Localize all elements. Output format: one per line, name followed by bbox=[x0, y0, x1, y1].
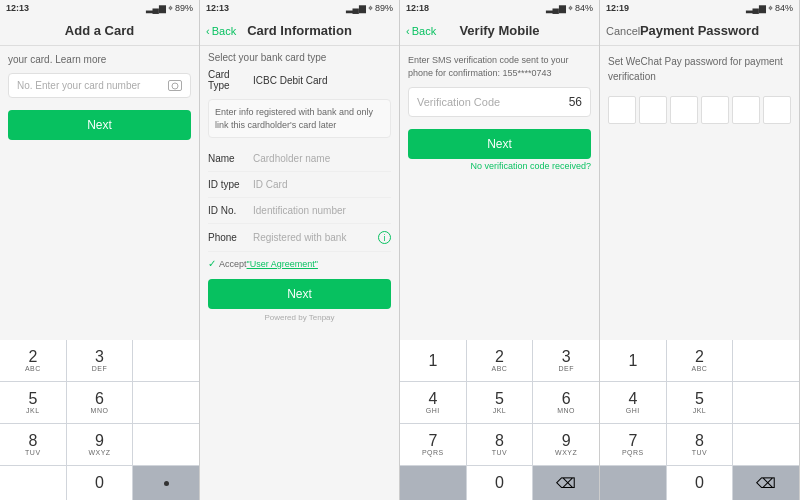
content-2: Select your bank card type Card Type ICB… bbox=[200, 46, 399, 500]
numpad-key[interactable]: 6MNO bbox=[67, 382, 133, 423]
back-button-2[interactable]: ‹ Back bbox=[206, 25, 236, 37]
numpad-key-empty bbox=[600, 466, 666, 500]
numpad-key[interactable] bbox=[733, 340, 799, 381]
content-1: your card. Learn more No. Enter your car… bbox=[0, 46, 199, 340]
camera-icon[interactable] bbox=[168, 80, 182, 91]
idno-value[interactable]: Identification number bbox=[253, 205, 346, 216]
numpad-key[interactable]: 7PQRS bbox=[600, 424, 666, 465]
numpad-key[interactable] bbox=[133, 382, 199, 423]
signal-icon: ▂▄▆ bbox=[346, 3, 366, 13]
add-card-hint: your card. Learn more bbox=[8, 54, 191, 65]
numpad-key-delete[interactable]: ⌫ bbox=[533, 466, 599, 500]
info-box: Enter info registered with bank and only… bbox=[208, 99, 391, 138]
form-row-idtype: ID type ID Card bbox=[208, 172, 391, 198]
numpad-key[interactable]: 2ABC bbox=[0, 340, 66, 381]
numpad-key[interactable]: 9WXYZ bbox=[533, 424, 599, 465]
numpad-key[interactable]: 7PQRS bbox=[400, 424, 466, 465]
numpad-key[interactable]: 1 bbox=[600, 340, 666, 381]
pwd-box-3[interactable] bbox=[670, 96, 698, 124]
battery-1: 89% bbox=[175, 3, 193, 13]
pwd-box-4[interactable] bbox=[701, 96, 729, 124]
agreement-text: Accept bbox=[219, 259, 247, 269]
wifi-icon: ⌖ bbox=[368, 3, 373, 14]
nav-bar-1: Add a Card bbox=[0, 16, 199, 46]
idtype-value[interactable]: ID Card bbox=[253, 179, 287, 190]
verify-input-row[interactable]: Verification Code 56 bbox=[408, 87, 591, 117]
numpad-key[interactable]: 3DEF bbox=[533, 340, 599, 381]
numpad-key[interactable] bbox=[733, 382, 799, 423]
nav-title-4: Payment Password bbox=[640, 23, 759, 38]
cancel-button-4[interactable]: Cancel bbox=[606, 25, 640, 37]
next-button-1[interactable]: Next bbox=[8, 110, 191, 140]
numpad-key[interactable]: 5JKL bbox=[467, 382, 533, 423]
numpad-key[interactable]: 8TUV bbox=[667, 424, 733, 465]
numpad-key[interactable]: 8TUV bbox=[467, 424, 533, 465]
numpad-key-zero[interactable]: 0 bbox=[667, 466, 733, 500]
content-4: Set WeChat Pay password for payment veri… bbox=[600, 46, 799, 340]
numpad-key[interactable]: 2ABC bbox=[667, 340, 733, 381]
name-label: Name bbox=[208, 153, 253, 164]
numpad-key-delete[interactable]: ⌫ bbox=[733, 466, 799, 500]
numpad-key[interactable]: 9WXYZ bbox=[67, 424, 133, 465]
numpad-key-zero[interactable]: 0 bbox=[67, 466, 133, 500]
agreement-row: ✓ Accept "User Agreement" bbox=[208, 258, 391, 269]
numpad-key[interactable]: 6MNO bbox=[533, 382, 599, 423]
numpad-key[interactable] bbox=[133, 340, 199, 381]
time-1: 12:13 bbox=[6, 3, 29, 13]
numpad-key[interactable] bbox=[0, 466, 66, 500]
form-row-idno: ID No. Identification number bbox=[208, 198, 391, 224]
numpad-key-dot[interactable] bbox=[133, 466, 199, 500]
numpad-key[interactable]: 5JKL bbox=[667, 382, 733, 423]
time-3: 12:18 bbox=[406, 3, 429, 13]
numpad-key[interactable]: 1 bbox=[400, 340, 466, 381]
numpad-key[interactable] bbox=[733, 424, 799, 465]
powered-by: Powered by Tenpay bbox=[208, 313, 391, 322]
numpad-key[interactable] bbox=[133, 424, 199, 465]
verification-code-placeholder: Verification Code bbox=[417, 96, 569, 108]
status-icons-2: ▂▄▆ ⌖ 89% bbox=[346, 3, 393, 14]
pwd-box-5[interactable] bbox=[732, 96, 760, 124]
verify-hint: Enter SMS verification code sent to your… bbox=[408, 54, 591, 79]
payment-hint: Set WeChat Pay password for payment veri… bbox=[608, 54, 791, 84]
next-button-2[interactable]: Next bbox=[208, 279, 391, 309]
nav-bar-3: ‹ Back Verify Mobile bbox=[400, 16, 599, 46]
phone-value[interactable]: Registered with bank bbox=[253, 232, 374, 243]
pwd-box-1[interactable] bbox=[608, 96, 636, 124]
numpad-3: 1 2ABC 3DEF 4GHI 5JKL 6MNO 7PQRS 8TUV 9W… bbox=[400, 340, 599, 500]
agreement-link[interactable]: "User Agreement" bbox=[247, 259, 318, 269]
nav-bar-4: Cancel Payment Password bbox=[600, 16, 799, 46]
screen-verify-mobile: 12:18 ▂▄▆ ⌖ 84% ‹ Back Verify Mobile Ent… bbox=[400, 0, 600, 500]
numpad-4: 1 2ABC 4GHI 5JKL 7PQRS 8TUV 0 ⌫ bbox=[600, 340, 799, 500]
numpad-key-zero[interactable]: 0 bbox=[467, 466, 533, 500]
battery-3: 84% bbox=[575, 3, 593, 13]
battery-4: 84% bbox=[775, 3, 793, 13]
card-input-row[interactable]: No. Enter your card number bbox=[8, 73, 191, 98]
next-button-3[interactable]: Next bbox=[408, 129, 591, 159]
numpad-key[interactable]: 2ABC bbox=[467, 340, 533, 381]
name-value[interactable]: Cardholder name bbox=[253, 153, 330, 164]
idno-label: ID No. bbox=[208, 205, 253, 216]
screen-payment-password: 12:19 ▂▄▆ ⌖ 84% Cancel Payment Password … bbox=[600, 0, 800, 500]
numpad-key[interactable]: 5JKL bbox=[0, 382, 66, 423]
nav-bar-2: ‹ Back Card Information bbox=[200, 16, 399, 46]
numpad-key[interactable]: 4GHI bbox=[600, 382, 666, 423]
screen-add-card: 12:13 ▂▄▆ ⌖ 89% Add a Card your card. Le… bbox=[0, 0, 200, 500]
numpad-key[interactable]: 3DEF bbox=[67, 340, 133, 381]
pwd-box-6[interactable] bbox=[763, 96, 791, 124]
time-2: 12:13 bbox=[206, 3, 229, 13]
numpad-key[interactable]: 4GHI bbox=[400, 382, 466, 423]
no-code-link[interactable]: No verification code received? bbox=[408, 161, 591, 171]
wifi-icon: ⌖ bbox=[568, 3, 573, 14]
signal-icon: ▂▄▆ bbox=[746, 3, 766, 13]
pwd-box-2[interactable] bbox=[639, 96, 667, 124]
password-boxes bbox=[608, 96, 791, 124]
numpad-key[interactable]: 8TUV bbox=[0, 424, 66, 465]
check-icon[interactable]: ✓ bbox=[208, 258, 216, 269]
phone-info-icon[interactable]: i bbox=[378, 231, 391, 244]
back-button-3[interactable]: ‹ Back bbox=[406, 25, 436, 37]
status-bar-4: 12:19 ▂▄▆ ⌖ 84% bbox=[600, 0, 799, 16]
status-icons-1: ▂▄▆ ⌖ 89% bbox=[146, 3, 193, 14]
wifi-icon: ⌖ bbox=[768, 3, 773, 14]
numpad-1: 2ABC 3DEF 5JKL 6MNO 8TUV 9WXYZ 0 bbox=[0, 340, 199, 500]
status-icons-3: ▂▄▆ ⌖ 84% bbox=[546, 3, 593, 14]
